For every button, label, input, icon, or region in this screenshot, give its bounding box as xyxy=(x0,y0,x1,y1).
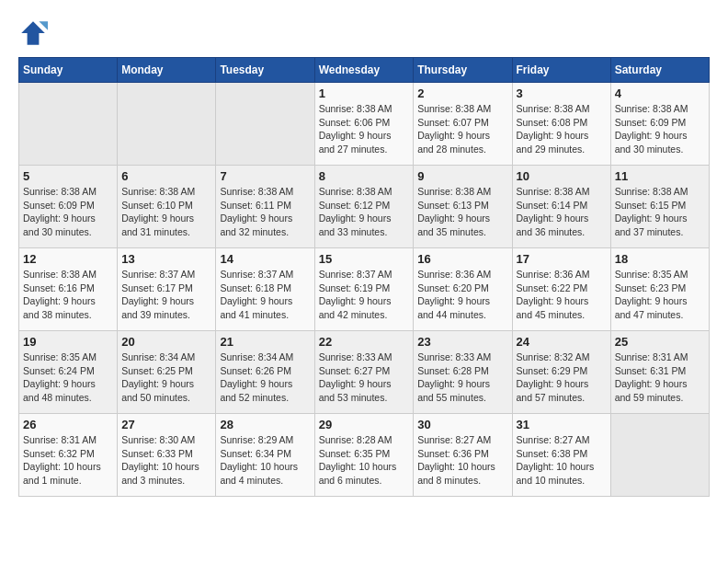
day-info: Sunrise: 8:30 AM Sunset: 6:33 PM Dayligh… xyxy=(121,433,211,488)
day-info: Sunrise: 8:38 AM Sunset: 6:13 PM Dayligh… xyxy=(417,185,507,239)
day-info: Sunrise: 8:27 AM Sunset: 6:36 PM Dayligh… xyxy=(417,433,507,488)
day-cell: 31Sunrise: 8:27 AM Sunset: 6:38 PM Dayli… xyxy=(512,414,610,497)
weekday-header-saturday: Saturday xyxy=(610,58,709,83)
day-number: 11 xyxy=(615,169,705,183)
day-cell: 17Sunrise: 8:36 AM Sunset: 6:22 PM Dayli… xyxy=(512,248,610,331)
day-cell: 5Sunrise: 8:38 AM Sunset: 6:09 PM Daylig… xyxy=(19,166,118,248)
day-cell xyxy=(216,83,314,166)
day-number: 5 xyxy=(23,169,113,183)
day-cell: 14Sunrise: 8:37 AM Sunset: 6:18 PM Dayli… xyxy=(216,248,314,331)
day-cell: 27Sunrise: 8:30 AM Sunset: 6:33 PM Dayli… xyxy=(118,414,216,497)
day-cell: 13Sunrise: 8:37 AM Sunset: 6:17 PM Dayli… xyxy=(118,248,216,331)
day-info: Sunrise: 8:38 AM Sunset: 6:16 PM Dayligh… xyxy=(23,268,113,322)
weekday-header-wednesday: Wednesday xyxy=(314,58,414,83)
day-cell: 2Sunrise: 8:38 AM Sunset: 6:07 PM Daylig… xyxy=(414,83,512,166)
day-info: Sunrise: 8:38 AM Sunset: 6:10 PM Dayligh… xyxy=(121,185,211,239)
day-info: Sunrise: 8:31 AM Sunset: 6:32 PM Dayligh… xyxy=(23,433,113,488)
week-row-4: 19Sunrise: 8:35 AM Sunset: 6:24 PM Dayli… xyxy=(19,331,710,414)
day-number: 21 xyxy=(220,335,310,349)
day-number: 13 xyxy=(121,252,211,266)
day-number: 1 xyxy=(319,86,410,100)
day-info: Sunrise: 8:33 AM Sunset: 6:27 PM Dayligh… xyxy=(319,350,410,405)
day-cell xyxy=(610,414,709,497)
day-number: 28 xyxy=(220,418,310,431)
calendar-header: SundayMondayTuesdayWednesdayThursdayFrid… xyxy=(19,58,710,83)
day-number: 23 xyxy=(417,335,507,349)
day-info: Sunrise: 8:31 AM Sunset: 6:31 PM Dayligh… xyxy=(615,350,705,405)
day-info: Sunrise: 8:38 AM Sunset: 6:12 PM Dayligh… xyxy=(319,185,410,239)
day-cell: 8Sunrise: 8:38 AM Sunset: 6:12 PM Daylig… xyxy=(314,166,414,248)
day-number: 16 xyxy=(417,252,507,266)
day-number: 3 xyxy=(517,86,607,100)
day-info: Sunrise: 8:38 AM Sunset: 6:15 PM Dayligh… xyxy=(615,185,705,239)
day-info: Sunrise: 8:37 AM Sunset: 6:17 PM Dayligh… xyxy=(121,268,211,322)
day-cell xyxy=(118,83,216,166)
day-info: Sunrise: 8:36 AM Sunset: 6:22 PM Dayligh… xyxy=(517,268,607,322)
logo xyxy=(18,18,53,48)
day-cell: 1Sunrise: 8:38 AM Sunset: 6:06 PM Daylig… xyxy=(314,83,414,166)
day-number: 30 xyxy=(417,418,507,431)
day-cell: 19Sunrise: 8:35 AM Sunset: 6:24 PM Dayli… xyxy=(19,331,118,414)
day-number: 4 xyxy=(615,86,705,100)
day-info: Sunrise: 8:36 AM Sunset: 6:20 PM Dayligh… xyxy=(417,268,507,322)
day-cell: 18Sunrise: 8:35 AM Sunset: 6:23 PM Dayli… xyxy=(610,248,709,331)
week-row-3: 12Sunrise: 8:38 AM Sunset: 6:16 PM Dayli… xyxy=(19,248,710,331)
day-cell: 11Sunrise: 8:38 AM Sunset: 6:15 PM Dayli… xyxy=(610,166,709,248)
day-cell: 26Sunrise: 8:31 AM Sunset: 6:32 PM Dayli… xyxy=(19,414,118,497)
day-info: Sunrise: 8:35 AM Sunset: 6:23 PM Dayligh… xyxy=(615,268,705,322)
day-cell: 12Sunrise: 8:38 AM Sunset: 6:16 PM Dayli… xyxy=(19,248,118,331)
day-cell: 25Sunrise: 8:31 AM Sunset: 6:31 PM Dayli… xyxy=(610,331,709,414)
day-info: Sunrise: 8:27 AM Sunset: 6:38 PM Dayligh… xyxy=(517,433,607,488)
logo-icon xyxy=(18,18,48,48)
day-info: Sunrise: 8:29 AM Sunset: 6:34 PM Dayligh… xyxy=(220,433,310,488)
day-cell: 3Sunrise: 8:38 AM Sunset: 6:08 PM Daylig… xyxy=(512,83,610,166)
day-cell: 6Sunrise: 8:38 AM Sunset: 6:10 PM Daylig… xyxy=(118,166,216,248)
day-cell: 20Sunrise: 8:34 AM Sunset: 6:25 PM Dayli… xyxy=(118,331,216,414)
day-cell: 22Sunrise: 8:33 AM Sunset: 6:27 PM Dayli… xyxy=(314,331,414,414)
svg-marker-0 xyxy=(21,21,45,45)
day-number: 29 xyxy=(319,418,410,431)
day-info: Sunrise: 8:38 AM Sunset: 6:06 PM Dayligh… xyxy=(319,102,410,156)
day-cell: 29Sunrise: 8:28 AM Sunset: 6:35 PM Dayli… xyxy=(314,414,414,497)
day-number: 17 xyxy=(517,252,607,266)
weekday-header-sunday: Sunday xyxy=(19,58,118,83)
day-info: Sunrise: 8:38 AM Sunset: 6:11 PM Dayligh… xyxy=(220,185,310,239)
week-row-1: 1Sunrise: 8:38 AM Sunset: 6:06 PM Daylig… xyxy=(19,83,710,166)
day-cell: 9Sunrise: 8:38 AM Sunset: 6:13 PM Daylig… xyxy=(414,166,512,248)
day-number: 14 xyxy=(220,252,310,266)
weekday-header-monday: Monday xyxy=(118,58,216,83)
day-cell xyxy=(19,83,118,166)
day-number: 25 xyxy=(615,335,705,349)
day-number: 31 xyxy=(517,418,607,431)
day-number: 20 xyxy=(121,335,211,349)
day-number: 22 xyxy=(319,335,410,349)
day-number: 9 xyxy=(417,169,507,183)
day-info: Sunrise: 8:38 AM Sunset: 6:09 PM Dayligh… xyxy=(615,102,705,156)
day-info: Sunrise: 8:38 AM Sunset: 6:09 PM Dayligh… xyxy=(23,185,113,239)
day-cell: 4Sunrise: 8:38 AM Sunset: 6:09 PM Daylig… xyxy=(610,83,709,166)
day-cell: 21Sunrise: 8:34 AM Sunset: 6:26 PM Dayli… xyxy=(216,331,314,414)
day-number: 27 xyxy=(121,418,211,431)
day-number: 2 xyxy=(417,86,507,100)
day-cell: 23Sunrise: 8:33 AM Sunset: 6:28 PM Dayli… xyxy=(414,331,512,414)
day-number: 15 xyxy=(319,252,410,266)
calendar-body: 1Sunrise: 8:38 AM Sunset: 6:06 PM Daylig… xyxy=(19,83,710,497)
day-cell: 7Sunrise: 8:38 AM Sunset: 6:11 PM Daylig… xyxy=(216,166,314,248)
day-number: 26 xyxy=(23,418,113,431)
page-header xyxy=(18,18,710,48)
day-cell: 30Sunrise: 8:27 AM Sunset: 6:36 PM Dayli… xyxy=(414,414,512,497)
day-info: Sunrise: 8:34 AM Sunset: 6:25 PM Dayligh… xyxy=(121,350,211,405)
day-info: Sunrise: 8:37 AM Sunset: 6:19 PM Dayligh… xyxy=(319,268,410,322)
weekday-header-thursday: Thursday xyxy=(414,58,512,83)
day-number: 12 xyxy=(23,252,113,266)
day-number: 19 xyxy=(23,335,113,349)
weekday-row: SundayMondayTuesdayWednesdayThursdayFrid… xyxy=(19,58,710,83)
day-number: 24 xyxy=(517,335,607,349)
day-cell: 28Sunrise: 8:29 AM Sunset: 6:34 PM Dayli… xyxy=(216,414,314,497)
calendar-table: SundayMondayTuesdayWednesdayThursdayFrid… xyxy=(18,57,710,497)
week-row-2: 5Sunrise: 8:38 AM Sunset: 6:09 PM Daylig… xyxy=(19,166,710,248)
day-info: Sunrise: 8:38 AM Sunset: 6:08 PM Dayligh… xyxy=(517,102,607,156)
day-info: Sunrise: 8:38 AM Sunset: 6:14 PM Dayligh… xyxy=(517,185,607,239)
day-number: 6 xyxy=(121,169,211,183)
day-cell: 10Sunrise: 8:38 AM Sunset: 6:14 PM Dayli… xyxy=(512,166,610,248)
